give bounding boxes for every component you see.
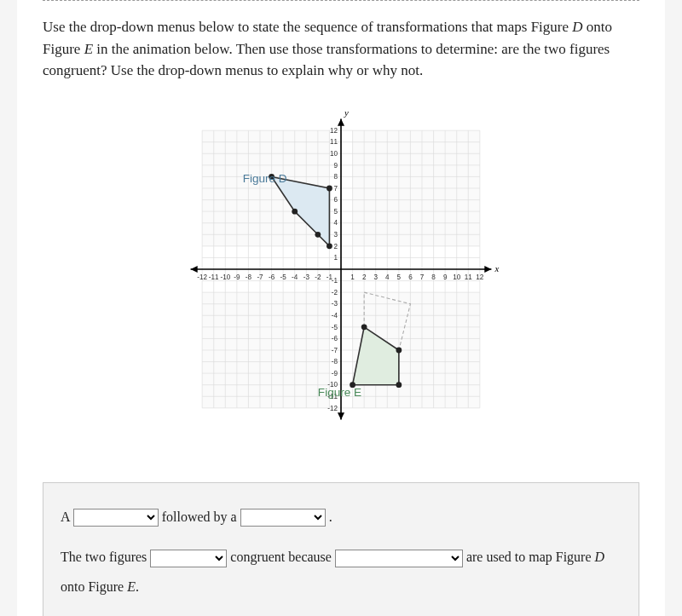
answer-line-1: A followed by a . <box>61 502 621 532</box>
svg-text:11: 11 <box>465 273 473 281</box>
svg-text:4: 4 <box>333 219 338 227</box>
svg-text:-2: -2 <box>315 273 321 281</box>
svg-text:-2: -2 <box>332 288 338 296</box>
svg-text:2: 2 <box>362 273 367 281</box>
l1a: A <box>61 509 73 524</box>
svg-text:9: 9 <box>333 161 338 169</box>
coordinate-graph: -12-11-10-9-8-7-6-5-4-3-2-1 123456789101… <box>162 107 520 431</box>
svg-text:-7: -7 <box>332 346 338 354</box>
svg-text:12: 12 <box>330 126 338 134</box>
figure-e-label: Figure E <box>318 386 361 399</box>
svg-text:-8: -8 <box>246 273 252 281</box>
svg-text:5: 5 <box>333 207 338 215</box>
problem-container: Use the drop-down menus below to state t… <box>17 0 665 616</box>
svg-text:9: 9 <box>443 273 448 281</box>
svg-marker-56 <box>338 118 344 125</box>
svg-text:-3: -3 <box>332 300 338 308</box>
instr-fig2: E <box>84 41 93 57</box>
answer-line-2: The two figures congruent because are us… <box>61 542 621 602</box>
svg-marker-57 <box>338 412 344 419</box>
l1c: . <box>329 509 332 524</box>
svg-text:-4: -4 <box>332 312 338 320</box>
y-axis-label: y <box>344 107 349 117</box>
x-axis-label: x <box>494 263 500 273</box>
svg-text:-9: -9 <box>332 369 338 377</box>
svg-text:-12: -12 <box>197 273 207 281</box>
svg-marker-55 <box>191 265 198 272</box>
svg-text:10: 10 <box>330 150 338 158</box>
instr-fig1: D <box>572 19 582 35</box>
l2e: E <box>127 579 136 594</box>
instructions-text: Use the drop-down menus below to state t… <box>43 16 639 82</box>
svg-text:-3: -3 <box>303 273 310 281</box>
reason-select[interactable] <box>335 550 463 567</box>
svg-text:-8: -8 <box>332 358 338 366</box>
svg-text:-6: -6 <box>332 335 338 343</box>
svg-point-67 <box>396 347 402 353</box>
transform1-select[interactable] <box>73 509 159 527</box>
svg-text:3: 3 <box>333 231 338 239</box>
svg-text:-6: -6 <box>269 273 275 281</box>
transform2-select[interactable] <box>240 509 326 527</box>
svg-text:6: 6 <box>408 273 413 281</box>
l1b: followed by a <box>162 509 240 524</box>
top-divider <box>43 0 639 1</box>
svg-point-63 <box>315 231 321 237</box>
instr-pre: Use the drop-down menus below to state t… <box>43 19 572 35</box>
l2a: The two figures <box>61 550 150 564</box>
svg-text:5: 5 <box>397 273 402 281</box>
svg-text:7: 7 <box>420 273 425 281</box>
svg-text:-9: -9 <box>234 273 240 281</box>
svg-text:-12: -12 <box>327 404 338 412</box>
l2mid: onto Figure <box>61 579 127 594</box>
svg-text:-7: -7 <box>257 273 263 281</box>
svg-text:12: 12 <box>476 273 484 281</box>
l2b: congruent because <box>230 550 335 564</box>
svg-point-64 <box>292 208 298 214</box>
svg-text:8: 8 <box>431 273 436 281</box>
svg-text:2: 2 <box>333 242 338 250</box>
svg-point-61 <box>327 185 332 191</box>
svg-marker-54 <box>484 265 491 272</box>
l2d: D <box>595 550 605 564</box>
congruent-select[interactable] <box>150 550 227 567</box>
svg-point-66 <box>361 324 367 330</box>
l2end: . <box>136 579 139 594</box>
svg-text:4: 4 <box>385 273 390 281</box>
svg-text:-1: -1 <box>332 277 338 285</box>
svg-text:10: 10 <box>453 273 461 281</box>
svg-text:11: 11 <box>330 138 338 146</box>
svg-text:1: 1 <box>350 273 355 281</box>
svg-text:-11: -11 <box>209 273 219 281</box>
answer-panel: A followed by a . The two figures congru… <box>43 482 639 617</box>
graph-area: -12-11-10-9-8-7-6-5-4-3-2-1 123456789101… <box>43 107 639 431</box>
svg-text:6: 6 <box>333 196 338 204</box>
instr-post: in the animation below. Then use those t… <box>43 41 610 79</box>
svg-text:8: 8 <box>333 173 338 181</box>
svg-text:-5: -5 <box>280 273 287 281</box>
svg-text:1: 1 <box>333 254 338 262</box>
svg-point-62 <box>327 243 332 249</box>
svg-text:3: 3 <box>373 273 378 281</box>
svg-text:-5: -5 <box>332 323 338 331</box>
l2c: are used to map Figure <box>466 550 595 564</box>
figure-d-label: Figure D <box>243 172 287 185</box>
svg-text:-4: -4 <box>292 273 298 281</box>
svg-text:7: 7 <box>333 184 338 192</box>
svg-text:-10: -10 <box>220 273 230 281</box>
svg-point-68 <box>396 382 402 388</box>
